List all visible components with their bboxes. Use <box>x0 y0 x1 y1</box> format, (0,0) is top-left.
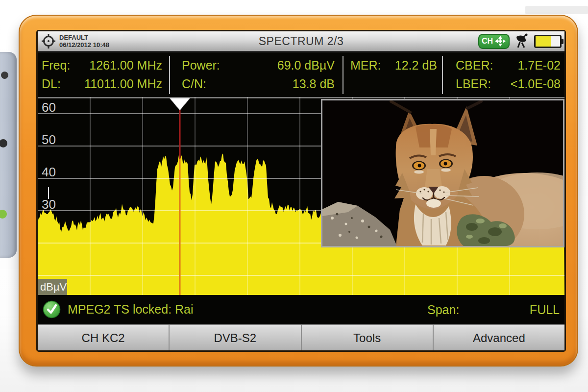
cn-label: C/N: <box>182 77 206 91</box>
power-value: 69.0 dBµV <box>277 58 335 73</box>
satellite-dish-icon <box>514 33 529 49</box>
device-led-green <box>0 210 7 219</box>
device-button-dot <box>1 72 8 79</box>
power-label: Power: <box>182 58 220 73</box>
page-background: DEFAULT 06/12/2012 10:48 SPECTRUM 2/3 CH <box>0 0 588 392</box>
lock-ok-check-icon <box>43 300 61 318</box>
lock-status-bar: MPEG2 TS locked: Rai Span: FULL <box>38 295 564 324</box>
softkey-advanced-button[interactable]: Advanced <box>433 325 564 350</box>
svg-text:40: 40 <box>42 165 56 179</box>
lynx-video-frame <box>322 100 563 246</box>
device-button-dot <box>0 139 7 147</box>
top-status-bar: DEFAULT 06/12/2012 10:48 SPECTRUM 2/3 CH <box>38 31 564 52</box>
svg-text:50: 50 <box>42 132 56 147</box>
svg-text:60: 60 <box>42 100 56 115</box>
softkey-channel-button[interactable]: CH KC2 <box>38 325 169 350</box>
lock-status-text: MPEG2 TS locked: Rai <box>68 302 194 317</box>
lber-value: <1.0E-08 <box>511 77 561 91</box>
freq-label: Freq: <box>42 58 70 73</box>
adjacent-device-edge <box>0 52 17 258</box>
softkey-standard-button[interactable]: DVB-S2 <box>169 325 300 350</box>
span-label: Span: <box>427 303 459 317</box>
spectrum-analyzer-device: DEFAULT 06/12/2012 10:48 SPECTRUM 2/3 CH <box>19 15 578 367</box>
channel-tuning-badge: CH <box>478 34 510 49</box>
svg-text:30: 30 <box>42 197 56 212</box>
spectrum-plot[interactable]: 605040302010 dBµV <box>38 97 564 295</box>
softkey-tools-button[interactable]: Tools <box>301 325 433 350</box>
video-preview-pip[interactable] <box>321 99 564 247</box>
background-artifact <box>525 6 588 14</box>
divider <box>343 56 343 94</box>
battery-level <box>536 36 551 47</box>
softkey-bar: CH KC2 DVB-S2 Tools Advanced <box>38 324 564 350</box>
freq-value: 1261.00 MHz <box>89 58 162 73</box>
dl-label: DL: <box>42 77 61 91</box>
measurements-panel: Freq:1261.00 MHz DL:11011.00 MHz Power:6… <box>38 52 564 97</box>
divider <box>442 56 443 94</box>
dl-value: 11011.00 MHz <box>84 77 162 91</box>
divider <box>169 56 170 94</box>
cber-value: 1.7E-02 <box>517 58 561 73</box>
cn-value: 13.8 dB <box>293 77 335 91</box>
four-way-arrows-icon <box>494 35 506 47</box>
ch-badge-label: CH <box>482 37 493 46</box>
mer-value: 12.2 dB <box>395 58 437 73</box>
cber-label: CBER: <box>456 58 493 73</box>
screen-rim: DEFAULT 06/12/2012 10:48 SPECTRUM 2/3 CH <box>36 30 566 352</box>
battery-icon <box>534 35 562 48</box>
span-value: FULL <box>530 303 560 317</box>
lber-label: LBER: <box>456 77 491 91</box>
y-axis-unit-label: dBµV <box>38 279 67 295</box>
meter-screen: DEFAULT 06/12/2012 10:48 SPECTRUM 2/3 CH <box>38 31 564 350</box>
mer-label: MER: <box>350 58 381 73</box>
